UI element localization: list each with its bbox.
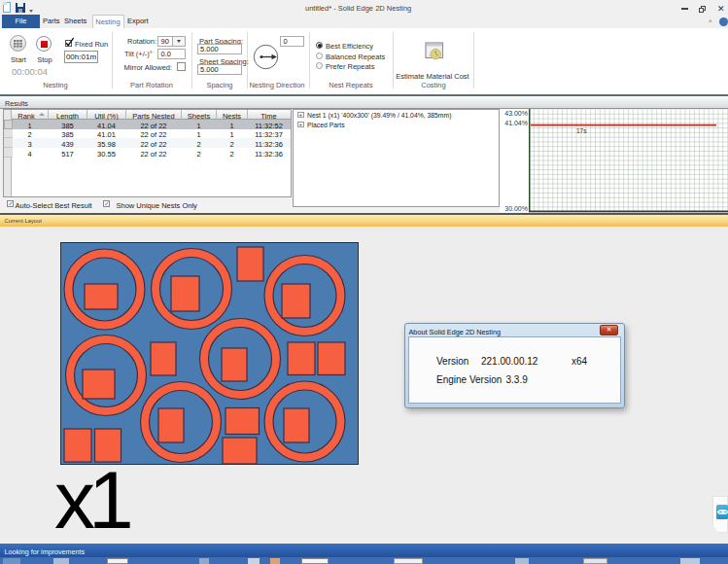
svg-text:17s: 17s (576, 127, 587, 134)
